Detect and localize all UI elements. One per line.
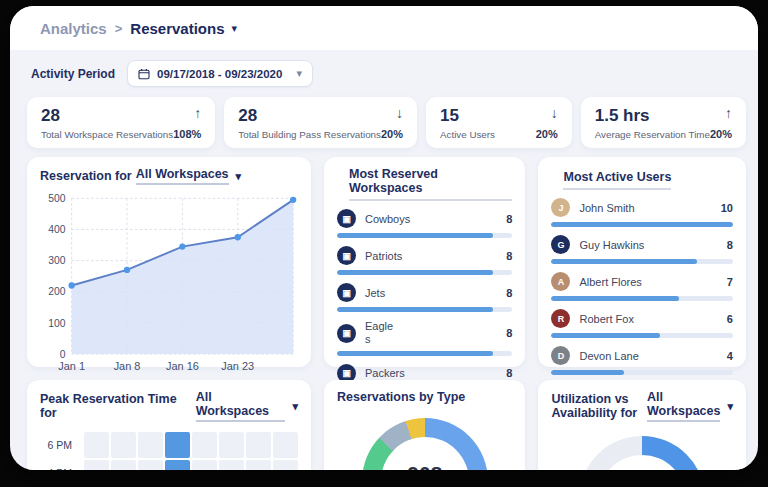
bar-track (337, 351, 512, 356)
breadcrumb-analytics[interactable]: Analytics (40, 20, 107, 37)
heatmap-cell (138, 432, 163, 458)
item-label: Patriots (365, 250, 402, 262)
item-value: 8 (506, 327, 512, 339)
chevron-down-icon[interactable]: ▾ (236, 170, 242, 183)
stat-label: Total Workspace Reservations (41, 129, 173, 140)
stat-value: 28 (41, 106, 173, 126)
panel-most-active-users: Most Active Users JJohn Smith10GGuy Hawk… (538, 157, 746, 367)
stat-percent: 20% (381, 128, 403, 140)
bar-track (551, 296, 733, 301)
stat-total-workspace-reservations: 28 Total Workspace Reservations ↑ 108% (27, 97, 215, 148)
heatmap-row-label: 4 PM (40, 460, 82, 470)
bar-track (337, 270, 512, 275)
item-label: Devon Lane (579, 350, 638, 362)
breadcrumb-separator: > (115, 21, 123, 36)
most-reserved-list: ▣Cowboys8▣Patriots8▣Jets8▣Eagles8▣Packer… (337, 209, 512, 392)
list-item: ▣Cowboys8 (337, 209, 512, 238)
arrow-up-icon: ↑ (725, 106, 732, 120)
bar-fill (337, 351, 493, 356)
bar-fill (337, 270, 493, 275)
avatar: R (551, 309, 570, 328)
svg-text:500: 500 (48, 193, 65, 204)
avatar: G (551, 235, 570, 254)
svg-text:Jan 23: Jan 23 (221, 360, 254, 372)
panel-title: Utilization vs Availability for (551, 392, 643, 420)
list-item: GGuy Hawkins8 (551, 235, 733, 264)
heatmap-cell (192, 460, 217, 470)
bar-track (551, 259, 733, 264)
item-label: Cowboys (365, 213, 410, 225)
item-label: Robert Fox (579, 313, 633, 325)
svg-text:400: 400 (48, 224, 65, 235)
heatmap-cell (246, 460, 271, 470)
list-item: DDevon Lane4 (551, 346, 733, 375)
workspace-filter-dropdown[interactable]: All Workspaces (647, 390, 720, 422)
stat-value: 15 (440, 106, 495, 126)
item-label: Albert Flores (579, 276, 641, 288)
svg-text:100: 100 (48, 318, 65, 329)
item-value: 7 (727, 276, 733, 288)
arrow-down-icon: ↓ (551, 106, 558, 120)
heatmap-cell (219, 432, 244, 458)
total-reservations-value: 908 (407, 462, 442, 470)
bar-track (337, 307, 512, 312)
item-value: 8 (506, 287, 512, 299)
workspace-filter-dropdown[interactable]: All Workspaces (196, 390, 286, 422)
panel-title: Reservations by Type (337, 390, 465, 404)
breadcrumb-reservations[interactable]: Reservations (130, 20, 224, 37)
svg-text:300: 300 (48, 256, 65, 267)
bar-track (551, 333, 733, 338)
avatar: J (551, 198, 570, 217)
svg-text:200: 200 (48, 287, 65, 298)
avatar: A (551, 272, 570, 291)
chevron-down-icon[interactable]: ▾ (232, 22, 238, 35)
list-item: ▣Patriots8 (337, 246, 512, 275)
heatmap-cell (165, 432, 190, 458)
heatmap-cell (273, 460, 298, 470)
donut-center: 46% 2.3k of 5k hours (598, 455, 686, 470)
item-value: 8 (727, 239, 733, 251)
svg-text:Jan 1: Jan 1 (58, 360, 85, 372)
panel-utilization: Utilization vs Availability for All Work… (538, 380, 746, 470)
chevron-down-icon[interactable]: ▾ (292, 400, 298, 413)
reservations-by-type-donut: 908 Total Reservations (362, 418, 488, 470)
activity-period-row: Activity Period 09/17/2018 - 09/23/2020 … (31, 60, 746, 87)
list-item: ▣Jets8 (337, 283, 512, 312)
item-value: 4 (727, 350, 733, 362)
calendar-icon (138, 68, 150, 80)
workspace-icon: ▣ (337, 324, 356, 343)
peak-time-heatmap: 6 PM4 PM2 PM12 PM (40, 432, 298, 470)
stat-value: 1.5 hrs (595, 106, 710, 126)
date-range-picker[interactable]: 09/17/2018 - 09/23/2020 ▾ (127, 60, 313, 87)
workspace-icon: ▣ (337, 246, 356, 265)
svg-text:Jan 16: Jan 16 (166, 360, 199, 372)
panel-most-reserved-workspaces: Most Reserved Workspaces ▣Cowboys8▣Patri… (324, 157, 525, 367)
panel-title: Most Reserved Workspaces (349, 167, 512, 201)
chevron-down-icon: ▾ (296, 67, 302, 80)
item-label: Eagles (365, 320, 395, 345)
bar-fill (551, 222, 733, 227)
top-navigation-bar: Analytics > Reservations ▾ (10, 6, 758, 50)
item-value: 8 (506, 213, 512, 225)
utilization-donut: 46% 2.3k of 5k hours (579, 436, 705, 470)
list-item: ▣Eagles8 (337, 320, 512, 355)
panel-reservations-by-type: Reservations by Type 908 Total Reservati… (324, 380, 525, 470)
bar-fill (551, 370, 624, 375)
most-active-list: JJohn Smith10GGuy Hawkins8AAlbert Flores… (551, 198, 733, 375)
svg-text:Jan 8: Jan 8 (114, 360, 141, 372)
heatmap-cell (111, 432, 136, 458)
panel-reservations-chart: Reservation for All Workspaces ▾ 0100200… (27, 157, 311, 367)
list-item: RRobert Fox6 (551, 309, 733, 338)
heatmap-cell (84, 432, 109, 458)
stat-label: Total Building Pass Reservations (238, 129, 381, 140)
workspace-filter-dropdown[interactable]: All Workspaces (136, 167, 229, 185)
workspace-icon: ▣ (337, 283, 356, 302)
stat-label: Average Reservation Time (595, 129, 710, 140)
panel-peak-reservation-time: Peak Reservation Time for All Workspaces… (27, 380, 311, 470)
bar-fill (551, 296, 678, 301)
chevron-down-icon[interactable]: ▾ (727, 400, 733, 413)
list-item: JJohn Smith10 (551, 198, 733, 227)
bar-fill (337, 233, 493, 238)
heatmap-row-label: 6 PM (40, 432, 82, 458)
bar-fill (337, 307, 493, 312)
